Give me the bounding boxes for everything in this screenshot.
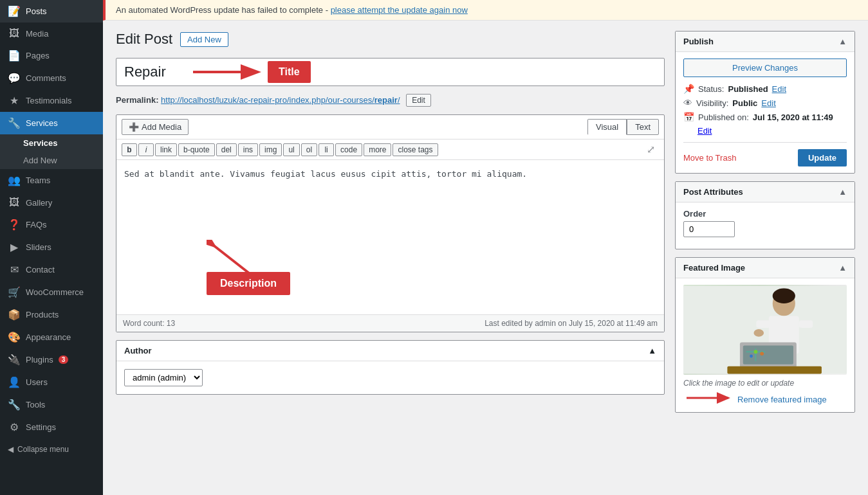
permalink-link[interactable]: http://localhost/luzuk/ac-repair-pro/ind… [161, 95, 400, 105]
sidebar-item-woocommerce[interactable]: 🛒 WooCommerce [0, 281, 103, 303]
sidebar-item-products[interactable]: 📦 Products [0, 303, 103, 326]
published-date-edit-link[interactable]: Edit [697, 126, 712, 136]
author-header[interactable]: Author ▲ [116, 341, 664, 361]
sidebar-item-appearance[interactable]: 🎨 Appearance [0, 326, 103, 348]
posts-icon: 📝 [8, 5, 21, 17]
featured-image-title: Featured Image [683, 263, 745, 273]
services-submenu: Services Add New [0, 134, 103, 169]
fmt-del[interactable]: del [216, 143, 237, 156]
sidebar-item-comments[interactable]: 💬 Comments [0, 67, 103, 89]
tab-text[interactable]: Text [627, 119, 659, 135]
sidebar-item-plugins[interactable]: 🔌 Plugins 3 [0, 348, 103, 371]
update-button[interactable]: Update [798, 149, 847, 166]
fmt-ins[interactable]: ins [238, 143, 258, 156]
fmt-bquote[interactable]: b-quote [178, 143, 215, 156]
sidebar-item-tools[interactable]: 🔧 Tools [0, 393, 103, 416]
tab-visual[interactable]: Visual [587, 119, 627, 135]
post-attributes-title: Post Attributes [683, 187, 743, 197]
editor-wrapper: ➕ Add Media Visual Text b i link b-quote… [116, 114, 665, 332]
sidebar-item-teams[interactable]: 👥 Teams [0, 169, 103, 192]
submenu-add-new[interactable]: Add New [0, 152, 103, 169]
sidebar-item-gallery[interactable]: 🖼 Gallery [0, 192, 103, 213]
fmt-code[interactable]: code [335, 143, 362, 156]
testimonials-icon: ★ [8, 94, 21, 107]
gallery-icon: 🖼 [8, 197, 21, 208]
sidebar-item-services[interactable]: 🔧 Services [0, 112, 103, 134]
post-attributes-header: Post Attributes ▲ [676, 182, 854, 203]
fmt-close-tags[interactable]: close tags [392, 143, 438, 156]
svg-point-16 [750, 355, 753, 358]
featured-image-svg [683, 285, 847, 375]
publish-panel-title: Publish [683, 37, 714, 46]
sidebar-item-testimonials[interactable]: ★ Testimonials [0, 89, 103, 112]
fmt-more[interactable]: more [364, 143, 391, 156]
remove-featured-image-link[interactable]: Remove featured image [737, 395, 827, 404]
status-edit-link[interactable]: Edit [772, 84, 786, 94]
edit-permalink-button[interactable]: Edit [406, 94, 431, 107]
expand-icon[interactable]: ⤢ [643, 142, 659, 157]
featured-image-toggle[interactable]: ▲ [838, 263, 847, 273]
author-select[interactable]: admin (admin) [124, 369, 203, 386]
pages-icon: 📄 [8, 50, 21, 62]
plugins-badge: 3 [59, 356, 69, 364]
fmt-li[interactable]: li [319, 143, 334, 156]
sidebar-item-contact[interactable]: ✉ Contact [0, 258, 103, 281]
collapse-arrow-icon: ◀ [8, 445, 14, 454]
preview-changes-button[interactable]: Preview Changes [683, 59, 847, 77]
description-annotation: Description [207, 240, 290, 295]
svg-point-9 [753, 329, 764, 337]
sidebar-item-posts[interactable]: 📝 Posts [0, 0, 103, 22]
users-icon: 👤 [8, 376, 21, 388]
fmt-img[interactable]: img [259, 143, 282, 156]
author-box: Author ▲ admin (admin) [116, 340, 665, 395]
fmt-link[interactable]: link [155, 143, 177, 156]
sidebar-item-faqs[interactable]: ❓ FAQs [0, 213, 103, 236]
featured-image-header: Featured Image ▲ [676, 258, 854, 278]
move-to-trash-link[interactable]: Move to Trash [683, 153, 736, 163]
publish-panel-toggle[interactable]: ▲ [838, 37, 847, 46]
publish-panel: Publish ▲ Preview Changes 📌 Status: Publ… [675, 31, 855, 174]
fmt-italic[interactable]: i [138, 143, 154, 156]
sidebar-item-sliders[interactable]: ▶ Sliders [0, 236, 103, 258]
post-title-input[interactable] [116, 58, 665, 86]
sidebar-item-users[interactable]: 👤 Users [0, 371, 103, 393]
visibility-edit-link[interactable]: Edit [761, 98, 775, 108]
last-edited: Last edited by admin on July 15, 2020 at… [485, 319, 658, 328]
visibility-row: 👁 Visibility: Public Edit [683, 98, 847, 108]
left-column: Edit Post Add New Title [116, 31, 665, 485]
editor-content[interactable]: Sed at blandit ante. Vivamus feugiat lac… [116, 160, 664, 314]
sidebar-item-pages[interactable]: 📄 Pages [0, 44, 103, 67]
add-media-button[interactable]: ➕ Add Media [122, 119, 189, 135]
post-attributes-toggle[interactable]: ▲ [838, 187, 847, 197]
collapse-menu[interactable]: ◀ Collapse menu [0, 438, 103, 460]
fmt-ol[interactable]: ol [301, 143, 317, 156]
submenu-services[interactable]: Services [0, 134, 103, 152]
svg-rect-17 [727, 366, 822, 374]
featured-image-img[interactable] [683, 285, 847, 375]
fmt-bold[interactable]: b [122, 143, 137, 156]
right-column: Publish ▲ Preview Changes 📌 Status: Publ… [675, 31, 855, 485]
status-icon: 📌 [683, 84, 694, 94]
media-icon: 🖼 [8, 28, 21, 39]
notice-link[interactable]: please attempt the update again now [331, 5, 468, 15]
sidebar-item-media[interactable]: 🖼 Media [0, 22, 103, 44]
publish-panel-body: Preview Changes 📌 Status: Published Edit… [676, 52, 854, 173]
fmt-ul[interactable]: ul [283, 143, 299, 156]
services-icon: 🔧 [8, 117, 21, 129]
sliders-icon: ▶ [8, 241, 21, 253]
post-attributes-body: Order [676, 203, 854, 249]
order-input[interactable] [683, 221, 735, 237]
editor-toolbar: ➕ Add Media Visual Text [116, 115, 664, 140]
svg-line-3 [213, 245, 252, 275]
teams-icon: 👥 [8, 174, 21, 186]
published-date: Jul 15, 2020 at 11:49 [753, 113, 833, 122]
sidebar-item-settings[interactable]: ⚙ Settings [0, 416, 103, 438]
plugins-icon: 🔌 [8, 354, 21, 366]
main-content: An automated WordPress update has failed… [103, 0, 868, 495]
calendar-icon: 📅 [683, 112, 694, 122]
contact-icon: ✉ [8, 264, 21, 276]
status-row: 📌 Status: Published Edit [683, 84, 847, 94]
description-annotation-box: Description [207, 272, 290, 295]
add-new-button[interactable]: Add New [180, 32, 228, 47]
featured-image-arrow-row: Remove featured image [683, 390, 847, 406]
